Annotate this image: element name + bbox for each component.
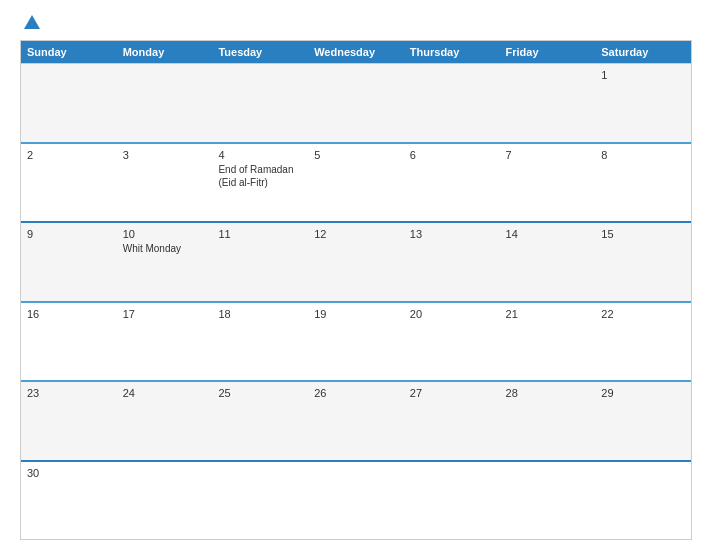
- day-number: 5: [314, 149, 398, 161]
- calendar-cell: 22: [595, 303, 691, 381]
- calendar-week-2: 234End of Ramadan (Eid al-Fitr)5678: [21, 142, 691, 222]
- day-number: 29: [601, 387, 685, 399]
- day-number: 17: [123, 308, 207, 320]
- calendar-page: SundayMondayTuesdayWednesdayThursdayFrid…: [0, 0, 712, 550]
- day-number: 23: [27, 387, 111, 399]
- calendar-cell: 15: [595, 223, 691, 301]
- calendar-week-3: 910Whit Monday1112131415: [21, 221, 691, 301]
- calendar-cell: 19: [308, 303, 404, 381]
- calendar-cell: [117, 462, 213, 540]
- calendar-cell: 21: [500, 303, 596, 381]
- day-number: 13: [410, 228, 494, 240]
- calendar-cell: 23: [21, 382, 117, 460]
- calendar-cell: 25: [212, 382, 308, 460]
- day-number: 20: [410, 308, 494, 320]
- day-number: 25: [218, 387, 302, 399]
- day-header-friday: Friday: [500, 41, 596, 63]
- calendar-cell: 20: [404, 303, 500, 381]
- day-number: 7: [506, 149, 590, 161]
- calendar-cell: 30: [21, 462, 117, 540]
- header: [20, 15, 692, 30]
- day-number: 21: [506, 308, 590, 320]
- calendar-cell: 10Whit Monday: [117, 223, 213, 301]
- day-number: 22: [601, 308, 685, 320]
- calendar-cell: 8: [595, 144, 691, 222]
- calendar-cell: 13: [404, 223, 500, 301]
- day-number: 10: [123, 228, 207, 240]
- calendar-cell: 29: [595, 382, 691, 460]
- calendar-event: Whit Monday: [123, 242, 207, 255]
- calendar-body: 1234End of Ramadan (Eid al-Fitr)5678910W…: [21, 63, 691, 539]
- day-number: 12: [314, 228, 398, 240]
- day-number: 8: [601, 149, 685, 161]
- day-number: 4: [218, 149, 302, 161]
- day-header-thursday: Thursday: [404, 41, 500, 63]
- day-number: 18: [218, 308, 302, 320]
- calendar-cell: [212, 64, 308, 142]
- calendar-cell: 2: [21, 144, 117, 222]
- calendar-event: End of Ramadan (Eid al-Fitr): [218, 163, 302, 189]
- calendar-week-6: 30: [21, 460, 691, 540]
- day-number: 26: [314, 387, 398, 399]
- calendar-cell: 17: [117, 303, 213, 381]
- calendar-cell: 14: [500, 223, 596, 301]
- calendar-week-1: 1: [21, 63, 691, 142]
- day-number: 3: [123, 149, 207, 161]
- calendar-cell: 27: [404, 382, 500, 460]
- calendar-cell: 16: [21, 303, 117, 381]
- calendar-week-4: 16171819202122: [21, 301, 691, 381]
- day-number: 24: [123, 387, 207, 399]
- day-number: 1: [601, 69, 685, 81]
- calendar-cell: 1: [595, 64, 691, 142]
- calendar-cell: 24: [117, 382, 213, 460]
- day-header-monday: Monday: [117, 41, 213, 63]
- logo: [20, 15, 40, 30]
- calendar-cell: 11: [212, 223, 308, 301]
- calendar-cell: 18: [212, 303, 308, 381]
- day-number: 30: [27, 467, 111, 479]
- day-header-wednesday: Wednesday: [308, 41, 404, 63]
- calendar-cell: [308, 64, 404, 142]
- day-number: 2: [27, 149, 111, 161]
- day-number: 15: [601, 228, 685, 240]
- day-header-tuesday: Tuesday: [212, 41, 308, 63]
- calendar-cell: 7: [500, 144, 596, 222]
- calendar-cell: [308, 462, 404, 540]
- calendar-cell: 3: [117, 144, 213, 222]
- calendar-cell: [595, 462, 691, 540]
- calendar-cell: 9: [21, 223, 117, 301]
- calendar-cell: [21, 64, 117, 142]
- day-header-saturday: Saturday: [595, 41, 691, 63]
- day-number: 14: [506, 228, 590, 240]
- calendar-cell: [404, 462, 500, 540]
- calendar-header-row: SundayMondayTuesdayWednesdayThursdayFrid…: [21, 41, 691, 63]
- calendar-cell: [500, 462, 596, 540]
- calendar-cell: 12: [308, 223, 404, 301]
- calendar-cell: [404, 64, 500, 142]
- calendar-grid: SundayMondayTuesdayWednesdayThursdayFrid…: [20, 40, 692, 540]
- calendar-cell: 26: [308, 382, 404, 460]
- day-number: 6: [410, 149, 494, 161]
- calendar-cell: [212, 462, 308, 540]
- day-number: 19: [314, 308, 398, 320]
- day-number: 28: [506, 387, 590, 399]
- day-number: 27: [410, 387, 494, 399]
- calendar-week-5: 23242526272829: [21, 380, 691, 460]
- day-number: 16: [27, 308, 111, 320]
- calendar-cell: [500, 64, 596, 142]
- day-header-sunday: Sunday: [21, 41, 117, 63]
- calendar-cell: 28: [500, 382, 596, 460]
- logo-triangle-icon: [24, 15, 40, 29]
- calendar-cell: 4End of Ramadan (Eid al-Fitr): [212, 144, 308, 222]
- calendar-cell: 6: [404, 144, 500, 222]
- calendar-cell: [117, 64, 213, 142]
- calendar-cell: 5: [308, 144, 404, 222]
- day-number: 9: [27, 228, 111, 240]
- day-number: 11: [218, 228, 302, 240]
